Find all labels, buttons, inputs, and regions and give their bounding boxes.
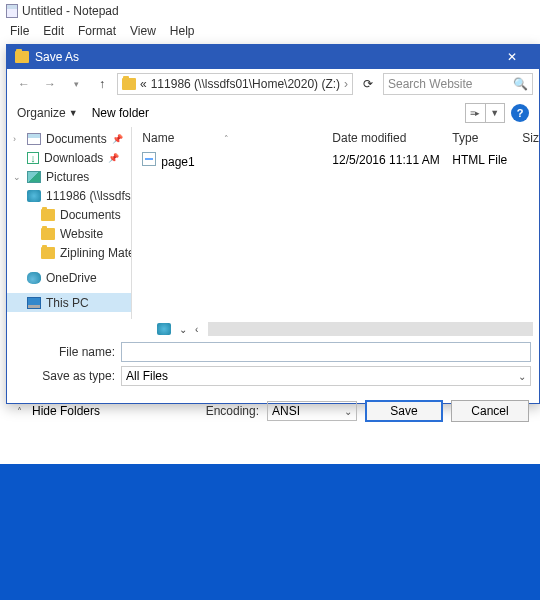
menu-view[interactable]: View <box>124 22 162 42</box>
notepad-window: Untitled - Notepad File Edit Format View… <box>0 0 540 464</box>
menu-file[interactable]: File <box>4 22 35 42</box>
sidebar-item-ziplining[interactable]: Ziplining Materi <box>7 243 131 262</box>
view-list-icon: ≡▸ <box>466 104 486 122</box>
menu-help[interactable]: Help <box>164 22 201 42</box>
menu-format[interactable]: Format <box>72 22 122 42</box>
column-size[interactable]: Siz <box>522 131 539 145</box>
help-button[interactable]: ? <box>511 104 529 122</box>
cancel-button[interactable]: Cancel <box>451 400 529 422</box>
search-placeholder: Search Website <box>388 77 473 91</box>
breadcrumb-drive[interactable]: 111986 (\\lssdfs01\Home\2020) (Z:) <box>151 77 340 91</box>
address-row: ← → ▾ ↑ « 111986 (\\lssdfs01\Home\2020) … <box>7 69 539 99</box>
encoding-label: Encoding: <box>206 404 259 418</box>
nav-up-button[interactable]: ↑ <box>91 73 113 95</box>
chevron-down-icon: ▼ <box>69 108 78 118</box>
chevron-down-icon: ⌄ <box>518 371 526 382</box>
file-list[interactable]: Name˄ Date modified Type Siz page1 12/5/… <box>132 127 539 319</box>
dialog-title: Save As <box>35 50 79 64</box>
html-file-icon <box>142 152 156 166</box>
sidebar-item-documents-sub[interactable]: Documents <box>7 205 131 224</box>
network-drive-icon <box>27 190 41 202</box>
filename-row: File name: <box>7 341 539 363</box>
notepad-icon <box>6 4 18 18</box>
saveastype-value: All Files <box>126 369 168 383</box>
sidebar-item-network[interactable]: Network <box>7 318 131 319</box>
main-area: Documents📌› ↓Downloads📌 Pictures⌄ 111986… <box>7 127 539 319</box>
save-button[interactable]: Save <box>365 400 443 422</box>
saveastype-row: Save as type: All Files ⌄ <box>7 365 539 387</box>
chevron-down-icon: ▼ <box>486 104 505 122</box>
notepad-title-text: Untitled - Notepad <box>22 4 119 18</box>
notepad-titlebar: Untitled - Notepad <box>0 0 540 22</box>
column-name[interactable]: Name˄ <box>142 131 332 145</box>
column-headers: Name˄ Date modified Type Siz <box>132 127 539 149</box>
sidebar-item-netdrive[interactable]: 111986 (\\lssdfs0 <box>7 186 131 205</box>
pictures-icon <box>27 171 41 183</box>
pin-icon: 📌 <box>112 134 123 144</box>
notepad-menubar: File Edit Format View Help <box>0 22 540 42</box>
file-type: HTML File <box>452 153 522 167</box>
file-row[interactable]: page1 12/5/2016 11:11 AM HTML File <box>132 149 539 171</box>
search-icon: 🔍 <box>513 77 528 91</box>
dialog-titlebar[interactable]: Save As ✕ <box>7 45 539 69</box>
save-as-dialog: Save As ✕ ← → ▾ ↑ « 111986 (\\lssdfs01\H… <box>6 44 540 404</box>
folder-icon <box>41 209 55 221</box>
pc-icon <box>27 297 41 309</box>
breadcrumb-folder[interactable]: Website <box>352 77 353 91</box>
scrollbar-track[interactable] <box>208 322 533 336</box>
chevron-left-icon[interactable]: ‹ <box>195 324 198 335</box>
onedrive-icon <box>27 272 41 284</box>
network-icon <box>157 323 171 335</box>
menu-edit[interactable]: Edit <box>37 22 70 42</box>
address-bar[interactable]: « 111986 (\\lssdfs01\Home\2020) (Z:) › W… <box>117 73 353 95</box>
sidebar-item-onedrive[interactable]: OneDrive <box>7 268 131 287</box>
chevron-down-icon: ⌄ <box>13 172 21 182</box>
view-mode-button[interactable]: ≡▸▼ <box>465 103 505 123</box>
file-name: page1 <box>161 155 194 169</box>
network-crumb-row: ⌄ ‹ <box>7 319 539 339</box>
file-date: 12/5/2016 11:11 AM <box>332 153 452 167</box>
filename-input[interactable] <box>121 342 531 362</box>
folder-icon <box>122 78 136 90</box>
sort-asc-icon: ˄ <box>224 134 229 144</box>
nav-recent-dropdown[interactable]: ▾ <box>65 73 87 95</box>
hide-folders-button[interactable]: Hide Folders <box>32 404 100 418</box>
new-folder-button[interactable]: New folder <box>92 106 149 120</box>
nav-back-button[interactable]: ← <box>13 73 35 95</box>
saveastype-label: Save as type: <box>15 369 115 383</box>
navigation-tree[interactable]: Documents📌› ↓Downloads📌 Pictures⌄ 111986… <box>7 127 132 319</box>
organize-menu[interactable]: Organize ▼ <box>17 106 78 120</box>
search-input[interactable]: Search Website 🔍 <box>383 73 533 95</box>
close-icon[interactable]: ✕ <box>493 50 531 64</box>
nav-forward-button[interactable]: → <box>39 73 61 95</box>
refresh-button[interactable]: ⟳ <box>357 73 379 95</box>
folder-icon <box>15 51 29 63</box>
chevron-right-icon: › <box>13 134 16 144</box>
sidebar-item-website[interactable]: Website <box>7 224 131 243</box>
sidebar-item-thispc[interactable]: This PC <box>7 293 131 312</box>
chevron-right-icon: › <box>344 77 348 91</box>
sidebar-item-downloads[interactable]: ↓Downloads📌 <box>7 148 131 167</box>
chevron-up-icon: ˄ <box>17 406 22 417</box>
folder-icon <box>41 228 55 240</box>
encoding-value: ANSI <box>272 404 300 418</box>
pin-icon: 📌 <box>108 153 119 163</box>
documents-icon <box>27 133 41 145</box>
breadcrumb-prefix: « <box>140 77 147 91</box>
column-type[interactable]: Type <box>452 131 522 145</box>
sidebar-item-documents[interactable]: Documents📌› <box>7 129 131 148</box>
folder-icon <box>41 247 55 259</box>
column-date[interactable]: Date modified <box>332 131 452 145</box>
saveastype-dropdown[interactable]: All Files ⌄ <box>121 366 531 386</box>
dialog-toolbar: Organize ▼ New folder ≡▸▼ ? <box>7 99 539 127</box>
downloads-icon: ↓ <box>27 152 39 164</box>
chevron-down-icon[interactable]: ⌄ <box>179 324 187 335</box>
chevron-down-icon: ⌄ <box>344 406 352 417</box>
sidebar-item-pictures[interactable]: Pictures⌄ <box>7 167 131 186</box>
filename-label: File name: <box>15 345 115 359</box>
bottom-row: ˄ Hide Folders Encoding: ANSI ⌄ Save Can… <box>7 393 539 429</box>
encoding-dropdown[interactable]: ANSI ⌄ <box>267 401 357 421</box>
